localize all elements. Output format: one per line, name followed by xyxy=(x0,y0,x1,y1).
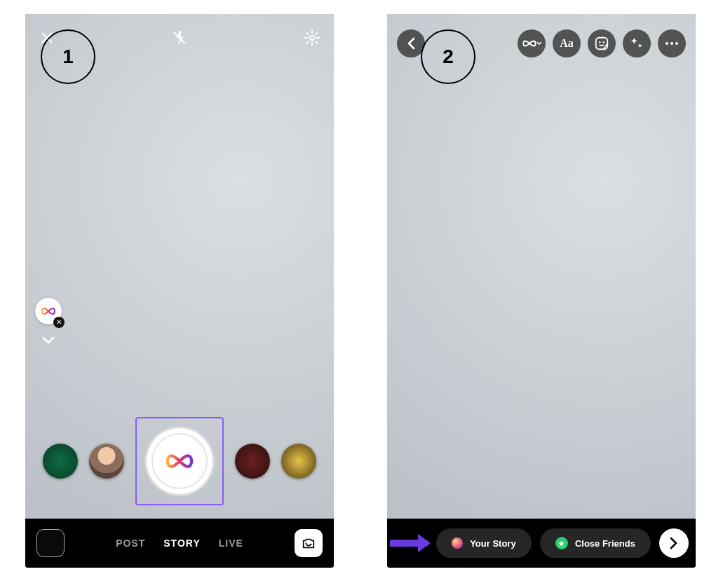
effect-thumb[interactable] xyxy=(43,444,78,479)
effect-thumb[interactable] xyxy=(281,444,316,479)
text-tool[interactable]: Aa xyxy=(553,29,581,57)
share-bar: Your Story ★ Close Friends xyxy=(387,519,696,568)
switch-camera-button[interactable] xyxy=(295,529,323,557)
capture-button[interactable] xyxy=(144,426,215,496)
chevron-right-icon xyxy=(669,537,679,549)
effects-carousel[interactable] xyxy=(25,419,334,503)
sticker-tool[interactable] xyxy=(588,29,616,57)
sparkle-icon xyxy=(629,36,644,51)
chevron-left-icon xyxy=(406,37,416,50)
infinity-icon xyxy=(40,306,57,316)
boomerang-tool[interactable] xyxy=(518,29,546,57)
svg-point-41 xyxy=(603,41,604,43)
infinity-icon xyxy=(163,452,196,470)
infinity-icon xyxy=(521,39,538,48)
mode-tabs: POST STORY LIVE xyxy=(74,538,285,549)
flash-off-icon[interactable] xyxy=(169,27,190,48)
chevron-down-icon[interactable] xyxy=(42,335,55,348)
svg-point-44 xyxy=(675,42,678,45)
more-tool[interactable] xyxy=(658,29,686,57)
effect-thumb[interactable] xyxy=(235,444,270,479)
mode-live[interactable]: LIVE xyxy=(219,538,243,549)
your-story-label: Your Story xyxy=(470,538,516,549)
svg-rect-39 xyxy=(596,38,608,50)
remove-effect-icon[interactable]: ✕ xyxy=(53,317,65,328)
svg-point-43 xyxy=(670,42,673,45)
sticker-icon xyxy=(594,36,609,51)
gallery-button[interactable] xyxy=(36,529,65,557)
story-preview xyxy=(387,14,696,568)
story-ring-icon xyxy=(452,538,463,549)
svg-point-42 xyxy=(666,42,668,45)
screen-story-editor: Aa Your Story ★ Close Frien xyxy=(387,14,696,568)
send-to-button[interactable] xyxy=(659,528,689,558)
mode-story[interactable]: STORY xyxy=(163,538,200,549)
capture-highlight xyxy=(135,417,224,505)
step-marker-2: 2 xyxy=(421,29,475,84)
chevron-down-icon xyxy=(536,41,542,46)
pointer-arrow-icon xyxy=(390,531,432,555)
more-icon xyxy=(665,41,679,46)
share-your-story[interactable]: Your Story xyxy=(436,528,532,558)
editor-toolbar: Aa xyxy=(518,29,686,57)
effects-tool[interactable] xyxy=(623,29,651,57)
close-friends-icon: ★ xyxy=(555,537,568,549)
mode-post[interactable]: POST xyxy=(116,538,145,549)
camera-modebar: POST STORY LIVE xyxy=(25,519,334,568)
text-icon: Aa xyxy=(560,37,574,50)
screen-camera: ✕ POST xyxy=(25,14,334,568)
share-close-friends[interactable]: ★ Close Friends xyxy=(540,528,651,558)
svg-point-40 xyxy=(599,41,600,43)
close-friends-label: Close Friends xyxy=(575,538,635,549)
camera-swap-icon xyxy=(301,535,316,551)
effect-thumb[interactable] xyxy=(89,444,124,479)
step-marker-1: 1 xyxy=(41,29,95,84)
svg-point-19 xyxy=(310,36,314,40)
settings-gear-icon[interactable] xyxy=(302,27,323,48)
